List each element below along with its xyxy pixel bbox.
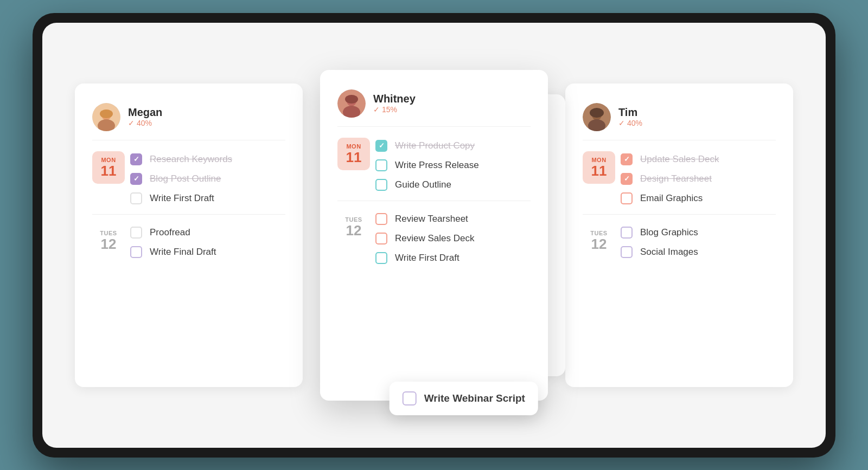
task-item: ✓ Blog Post Outline xyxy=(130,173,285,185)
checkbox-unchecked[interactable] xyxy=(621,227,633,239)
checkbox-checked[interactable]: ✓ xyxy=(621,173,633,185)
tim-mon-section: MON 11 ✓ Update Sales Deck ✓ Design Tear… xyxy=(583,151,776,204)
task-label: Review Sales Deck xyxy=(395,233,474,244)
tim-info: Tim ✓40% xyxy=(618,106,642,127)
float-task-label: Write Webinar Script xyxy=(424,392,525,404)
checkbox-unchecked[interactable] xyxy=(375,233,387,244)
card-tim: Tim ✓40% MON 11 ✓ Update Sales D xyxy=(565,83,793,387)
card-megan: Megan ✓40% MON 11 ✓ Research Key xyxy=(75,83,303,387)
checkbox-unchecked[interactable] xyxy=(621,192,633,204)
checkbox-unchecked[interactable] xyxy=(375,213,387,225)
section-divider xyxy=(583,214,776,215)
whitney-tue-label: TUES 12 xyxy=(337,211,370,244)
megan-mon-tasks: ✓ Research Keywords ✓ Blog Post Outline … xyxy=(130,151,285,204)
checkbox-unchecked[interactable] xyxy=(375,159,387,171)
tim-mon-tasks: ✓ Update Sales Deck ✓ Design Tearsheet E… xyxy=(621,151,776,204)
whitney-tue-section: TUES 12 Review Tearsheet Review Sales De… xyxy=(337,211,531,264)
svg-point-3 xyxy=(100,110,113,118)
task-label: Write First Draft xyxy=(150,193,214,204)
task-item: ✓ Design Tearsheet xyxy=(621,173,776,185)
megan-tue-section: TUES 12 Proofread Write Final Draft xyxy=(92,224,285,258)
task-label: Write Final Draft xyxy=(150,247,216,257)
tim-tue-tasks: Blog Graphics Social Images xyxy=(621,224,776,258)
checkbox-unchecked[interactable] xyxy=(130,227,142,239)
task-label: Social Images xyxy=(640,247,698,257)
tim-mon-label: MON 11 xyxy=(583,151,615,184)
task-label: Guide Outline xyxy=(395,179,451,190)
megan-progress: ✓40% xyxy=(128,119,162,127)
whitney-mon-section: MON 11 ✓ Write Product Copy Write Press … xyxy=(337,138,531,191)
task-item: Write First Draft xyxy=(130,192,285,204)
megan-name: Megan xyxy=(128,106,162,119)
section-divider xyxy=(337,201,531,201)
whitney-progress: ✓15% xyxy=(373,105,416,114)
task-item: Social Images xyxy=(621,246,776,258)
megan-tue-label: TUES 12 xyxy=(92,224,125,257)
task-label: Blog Post Outline xyxy=(150,173,221,184)
task-item: Email Graphics xyxy=(621,192,776,204)
whitney-mon-label: MON 11 xyxy=(337,138,370,171)
whitney-mon-tasks: ✓ Write Product Copy Write Press Release… xyxy=(375,138,531,191)
tim-name: Tim xyxy=(618,106,642,119)
float-checkbox[interactable] xyxy=(403,391,417,405)
checkbox-unchecked[interactable] xyxy=(621,246,633,258)
task-label: Update Sales Deck xyxy=(640,154,719,165)
whitney-avatar xyxy=(337,89,366,118)
task-label: Write Product Copy xyxy=(395,140,475,151)
tim-tue-label: TUES 12 xyxy=(583,224,615,257)
checkbox-checked[interactable]: ✓ xyxy=(621,153,633,165)
task-item: Guide Outline xyxy=(375,179,531,191)
tim-progress: ✓40% xyxy=(618,119,642,127)
svg-point-15 xyxy=(345,95,358,104)
tim-avatar xyxy=(583,103,611,131)
task-item: Write First Draft xyxy=(375,252,531,264)
checkbox-unchecked[interactable] xyxy=(375,179,387,191)
tim-header: Tim ✓40% xyxy=(583,103,776,140)
checkbox-checked[interactable]: ✓ xyxy=(375,140,387,152)
tim-tue-section: TUES 12 Blog Graphics Social Images xyxy=(583,224,776,258)
task-item: Write Final Draft xyxy=(130,246,285,258)
task-label: Review Tearsheet xyxy=(395,214,468,224)
svg-point-11 xyxy=(590,108,604,118)
megan-tue-tasks: Proofread Write Final Draft xyxy=(130,224,285,258)
checkbox-checked[interactable]: ✓ xyxy=(130,173,142,185)
section-divider xyxy=(92,214,285,215)
task-item: Write Press Release xyxy=(375,159,531,171)
float-card: Write Webinar Script xyxy=(390,382,538,415)
task-item: ✓ Update Sales Deck xyxy=(621,153,776,165)
megan-avatar xyxy=(92,103,120,131)
checkbox-unchecked[interactable] xyxy=(130,192,142,204)
task-label: Blog Graphics xyxy=(640,227,698,238)
whitney-name: Whitney xyxy=(373,93,416,105)
task-item: Review Sales Deck xyxy=(375,233,531,244)
megan-info: Megan ✓40% xyxy=(128,106,162,127)
task-label: Write First Draft xyxy=(395,253,459,263)
checkbox-unchecked[interactable] xyxy=(130,246,142,258)
task-item: ✓ Research Keywords xyxy=(130,153,285,165)
device-screen: Megan ✓40% MON 11 ✓ Research Key xyxy=(42,23,826,448)
whitney-info: Whitney ✓15% xyxy=(373,93,416,114)
cards-container: Megan ✓40% MON 11 ✓ Research Key xyxy=(42,23,826,448)
megan-check-icon: ✓ xyxy=(128,119,135,127)
task-item: Blog Graphics xyxy=(621,227,776,239)
task-item: Review Tearsheet xyxy=(375,213,531,225)
megan-mon-label: MON 11 xyxy=(92,151,125,184)
task-label: Research Keywords xyxy=(150,154,232,165)
device-frame: Megan ✓40% MON 11 ✓ Research Key xyxy=(33,13,835,458)
task-label: Design Tearsheet xyxy=(640,173,712,184)
task-label: Proofread xyxy=(150,227,190,238)
task-label: Write Press Release xyxy=(395,160,479,171)
task-item: ✓ Write Product Copy xyxy=(375,140,531,152)
megan-header: Megan ✓40% xyxy=(92,103,285,140)
whitney-tue-tasks: Review Tearsheet Review Sales Deck Write… xyxy=(375,211,531,264)
checkbox-checked[interactable]: ✓ xyxy=(130,153,142,165)
checkbox-unchecked[interactable] xyxy=(375,252,387,264)
task-item: Proofread xyxy=(130,227,285,239)
card-whitney: Whitney ✓15% MON 11 ✓ Write Prod xyxy=(320,70,548,401)
megan-mon-section: MON 11 ✓ Research Keywords ✓ Blog Post O… xyxy=(92,151,285,204)
whitney-header: Whitney ✓15% xyxy=(337,89,531,127)
task-label: Email Graphics xyxy=(640,193,703,204)
